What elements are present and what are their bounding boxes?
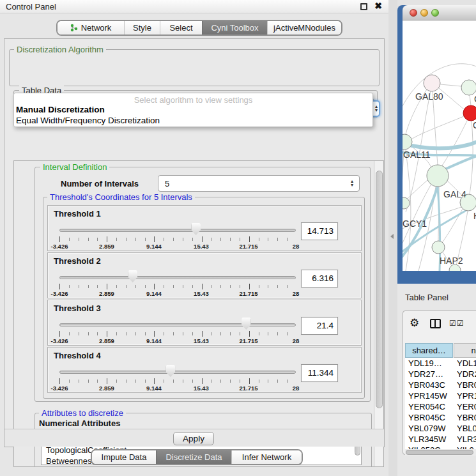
- tab-select[interactable]: Select: [160, 21, 202, 35]
- column-header-shared-name[interactable]: shared…: [405, 343, 453, 358]
- threshold-2-panel: Threshold 2 -3.426 2.859 9.144 15.43: [47, 252, 362, 298]
- tick-label: -3.426: [51, 290, 68, 297]
- network-window-titlebar[interactable]: [403, 5, 476, 20]
- apply-button[interactable]: Apply: [173, 432, 214, 445]
- scrollbar-thumb[interactable]: [376, 171, 383, 408]
- threshold-3-value-field[interactable]: 21.4: [301, 317, 338, 335]
- split-pane-divider[interactable]: [388, 0, 397, 476]
- node-g[interactable]: [461, 80, 476, 95]
- zoom-traffic-light-icon[interactable]: [431, 9, 439, 17]
- select-columns-icon[interactable]: [449, 319, 464, 328]
- control-panel: Control Panel Network Style Select: [0, 0, 388, 476]
- threshold-4-slider[interactable]: -3.426 2.859 9.144 15.43 21.715 28: [59, 364, 296, 391]
- cell[interactable]: YDR27…: [405, 369, 454, 380]
- table-row[interactable]: YBR043CYBR0: [405, 380, 476, 390]
- settings-scrollbar[interactable]: [374, 161, 384, 466]
- cell[interactable]: YPR145W: [405, 390, 454, 401]
- threshold-label: Threshold 3: [54, 303, 101, 313]
- cell[interactable]: YPR1: [454, 390, 476, 401]
- tab-discretize-data[interactable]: Discretize Data: [156, 450, 231, 464]
- node-gal4[interactable]: [427, 165, 449, 187]
- slider-handle[interactable]: [242, 318, 251, 330]
- slider-handle[interactable]: [128, 270, 137, 282]
- group-title: Threshold's Coordinates for 5 Intervals: [47, 192, 195, 202]
- algorithm-dropdown-popup: Select algorithm to view settings Manual…: [13, 93, 373, 127]
- apply-strip: Apply: [4, 429, 384, 447]
- cell[interactable]: YER054C: [405, 401, 454, 412]
- thresholds-group: Threshold's Coordinates for 5 Intervals …: [43, 197, 365, 399]
- screen: Control Panel Network Style Select: [0, 0, 476, 476]
- table-row[interactable]: YDL19…YDL1: [405, 358, 476, 369]
- tick-label: 15.43: [194, 337, 209, 344]
- tab-impute-data[interactable]: Impute Data: [92, 450, 156, 464]
- cell[interactable]: YER0: [454, 401, 476, 412]
- gear-icon[interactable]: [410, 316, 419, 330]
- slider-handle[interactable]: [191, 223, 201, 235]
- group-title: Interval Definition: [40, 162, 109, 172]
- scrollbar-thumb[interactable]: [406, 450, 473, 455]
- discretization-algorithm-group: [9, 49, 380, 86]
- table-row[interactable]: YDR27…YDR2: [405, 369, 476, 380]
- table-row[interactable]: YER054CYER0: [405, 401, 476, 412]
- table-panel-title: Table Panel: [405, 293, 449, 302]
- tick-label: 21.715: [239, 243, 257, 250]
- tab-jactivemnodules[interactable]: jActiveMNodules: [267, 21, 341, 35]
- tab-network[interactable]: Network: [58, 21, 124, 35]
- tick-label: -3.426: [51, 337, 68, 344]
- threshold-4-value-field[interactable]: 11.344: [301, 364, 338, 382]
- cell[interactable]: YBR0: [454, 380, 476, 390]
- network-view-window[interactable]: GAL80 G C GAL11 GAL4 GCY1 H HAP2: [397, 5, 476, 284]
- tab-infer-network[interactable]: Infer Network: [231, 450, 302, 464]
- slider-handle[interactable]: [165, 365, 175, 377]
- tab-label: jActiveMNodules: [273, 23, 335, 33]
- dropdown-option-manual-discretization[interactable]: Manual Discretization: [16, 105, 105, 114]
- cell[interactable]: YLR3: [454, 434, 476, 445]
- node-gal80[interactable]: [424, 75, 440, 91]
- cell[interactable]: YDL19…: [405, 358, 454, 369]
- close-traffic-light-icon[interactable]: [410, 9, 417, 17]
- columns-icon[interactable]: [430, 319, 441, 328]
- table-row[interactable]: YBR045CYBR0: [405, 412, 476, 423]
- tab-style[interactable]: Style: [124, 21, 160, 35]
- node-selected-red[interactable]: [463, 105, 476, 121]
- float-window-icon[interactable]: [360, 3, 367, 10]
- network-icon: [70, 24, 78, 32]
- tab-cyni-toolbox[interactable]: Cyni Toolbox: [202, 21, 267, 35]
- tab-label: Infer Network: [242, 452, 291, 462]
- slider-tick-labels: -3.426 2.859 9.144 15.43 21.715 28: [59, 243, 296, 250]
- cell[interactable]: YLR345W: [405, 434, 454, 445]
- close-icon[interactable]: [373, 1, 383, 12]
- threshold-2-slider[interactable]: -3.426 2.859 9.144 15.43 21.715 28: [59, 270, 296, 296]
- slider-tick-labels: -3.426 2.859 9.144 15.43 21.715 28: [59, 385, 296, 392]
- collapse-left-icon[interactable]: [390, 234, 394, 239]
- table-row[interactable]: YLR345WYLR3: [405, 434, 476, 445]
- number-of-intervals-label: Number of Intervals: [61, 179, 139, 188]
- cell[interactable]: YDL1: [454, 358, 476, 369]
- dropdown-option-equal-width-frequency[interactable]: Equal Width/Frequency Discretization: [16, 116, 160, 125]
- node-hap2[interactable]: [432, 241, 445, 254]
- column-header-label: shared…: [412, 346, 446, 355]
- cell[interactable]: YBR043C: [405, 380, 454, 390]
- cell[interactable]: YBR045C: [405, 412, 454, 423]
- threshold-2-value-field[interactable]: 6.316: [301, 270, 338, 288]
- table-row[interactable]: YPR145WYPR1: [405, 390, 476, 401]
- cell[interactable]: YBL079W: [405, 423, 454, 434]
- node-gcy1[interactable]: [403, 197, 410, 209]
- cell[interactable]: YBR0: [454, 412, 476, 423]
- table-horizontal-scrollbar[interactable]: [405, 449, 476, 456]
- tick-label: 21.715: [239, 290, 257, 297]
- column-header-name[interactable]: n: [454, 343, 476, 358]
- top-tab-bar: Network Style Select Cyni Toolbox jActiv…: [56, 20, 342, 36]
- control-panel-titlebar: Control Panel: [0, 0, 388, 13]
- cell[interactable]: YBL0: [454, 423, 476, 434]
- slider-tick-labels: -3.426 2.859 9.144 15.43 21.715 28: [59, 290, 296, 297]
- threshold-1-value-field[interactable]: 14.713: [301, 222, 338, 240]
- cell[interactable]: YDR2: [454, 369, 476, 380]
- number-of-intervals-spinner[interactable]: 5: [158, 175, 360, 192]
- minimize-traffic-light-icon[interactable]: [420, 9, 428, 17]
- network-canvas[interactable]: GAL80 G C GAL11 GAL4 GCY1 H HAP2: [403, 20, 476, 271]
- table-row[interactable]: YBL079WYBL0: [405, 423, 476, 434]
- panel-title: Control Panel: [6, 2, 56, 12]
- threshold-1-slider[interactable]: -3.426 2.859 9.144 15.43 21.715 28: [59, 222, 296, 249]
- threshold-3-slider[interactable]: -3.426 2.859 9.144 15.43 21.715 28: [59, 317, 296, 344]
